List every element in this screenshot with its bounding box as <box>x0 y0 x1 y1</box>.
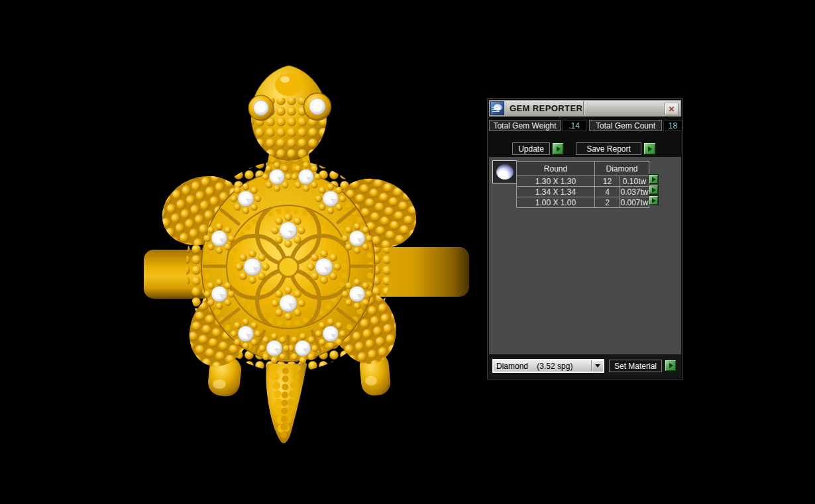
total-gem-weight-label: Total Gem Weight <box>489 120 561 131</box>
dialog-titlebar[interactable]: GEM REPORTER ✕ <box>489 100 681 117</box>
turtle-tail <box>266 364 307 443</box>
gem-size: 1.34 X 1.34 <box>517 187 595 197</box>
turtle-eye-left-gem <box>248 95 274 121</box>
neck-gem-right <box>291 162 321 191</box>
gem-reporter-icon <box>490 101 504 115</box>
material-dropdown[interactable]: Diamond (3.52 spg) <box>492 359 604 373</box>
total-gem-count-label: Total Gem Count <box>589 120 662 131</box>
gem-sample-icon[interactable] <box>492 160 517 183</box>
turtle-shell <box>201 171 375 364</box>
titlebar-divider <box>583 101 584 115</box>
dropdown-arrow-icon[interactable] <box>591 360 603 372</box>
gem-size: 1.30 X 1.30 <box>517 176 595 187</box>
viewport-3d-render <box>0 0 815 504</box>
row-select-icon[interactable] <box>649 174 659 184</box>
gem-count: 12 <box>595 176 620 187</box>
turtle-eye-right-gem <box>303 93 331 120</box>
gem-weight: 0.007tw <box>620 197 649 208</box>
update-button[interactable]: Update <box>512 142 550 155</box>
dialog-footer: Diamond (3.52 spg) Set Material <box>489 354 681 378</box>
set-material-run-icon[interactable] <box>665 360 677 372</box>
gem-size: 1.00 X 1.00 <box>517 197 595 208</box>
gem-count: 4 <box>595 187 620 197</box>
column-shape: Round <box>517 162 595 176</box>
total-gem-weight-value: .14 <box>562 120 586 131</box>
table-row[interactable]: 1.34 X 1.34 4 0.037tw <box>517 187 649 197</box>
gem-count: 2 <box>595 197 620 208</box>
close-icon[interactable]: ✕ <box>665 103 679 115</box>
neck-gem-left <box>262 162 292 191</box>
application-window: GEM REPORTER ✕ Total Gem Weight .14 Tota… <box>0 0 815 504</box>
row-select-icon[interactable] <box>649 195 659 205</box>
row-select-icon[interactable] <box>649 185 659 195</box>
total-gem-count-value: 18 <box>663 120 682 131</box>
gem-reporter-dialog: GEM REPORTER ✕ Total Gem Weight .14 Tota… <box>487 98 683 379</box>
update-run-icon[interactable] <box>552 142 564 155</box>
gem-list-panel: Round Diamond 1.30 X 1.30 12 0.10tw 1.34… <box>489 157 681 356</box>
column-material: Diamond <box>595 162 649 176</box>
dialog-title: GEM REPORTER <box>510 103 582 113</box>
gem-table-header: Round Diamond <box>517 162 649 176</box>
save-report-button[interactable]: Save Report <box>576 142 641 155</box>
material-dropdown-value: Diamond (3.52 spg) <box>496 362 572 371</box>
set-material-button[interactable]: Set Material <box>609 360 662 372</box>
turtle-snout <box>275 74 303 96</box>
table-row[interactable]: 1.30 X 1.30 12 0.10tw <box>517 176 649 187</box>
gem-weight: 0.10tw <box>620 176 649 187</box>
save-report-run-icon[interactable] <box>643 142 656 155</box>
gem-weight: 0.037tw <box>620 187 649 197</box>
shell-center-dome <box>278 257 298 277</box>
table-row[interactable]: 1.00 X 1.00 2 0.007tw <box>517 197 649 208</box>
gem-table: Round Diamond 1.30 X 1.30 12 0.10tw 1.34… <box>516 161 649 208</box>
